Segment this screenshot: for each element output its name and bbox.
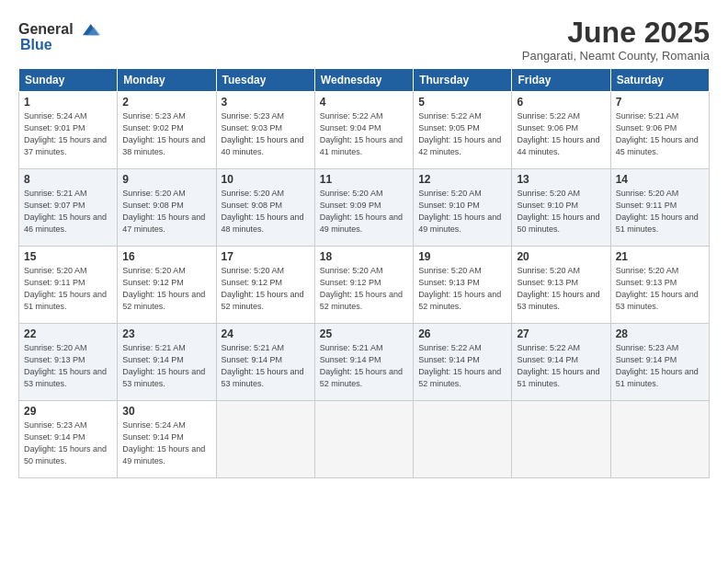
col-tuesday: Tuesday xyxy=(216,69,314,92)
table-row: 7Sunrise: 5:21 AMSunset: 9:06 PMDaylight… xyxy=(610,92,709,169)
table-row: 14Sunrise: 5:20 AMSunset: 9:11 PMDayligh… xyxy=(610,169,709,247)
table-row: 29Sunrise: 5:23 AMSunset: 9:14 PMDayligh… xyxy=(19,401,118,478)
day-number: 18 xyxy=(320,250,408,263)
day-number: 9 xyxy=(122,173,210,186)
day-number: 8 xyxy=(24,173,112,186)
calendar-week-row: 29Sunrise: 5:23 AMSunset: 9:14 PMDayligh… xyxy=(19,401,710,478)
table-row: 17Sunrise: 5:20 AMSunset: 9:12 PMDayligh… xyxy=(216,247,314,324)
page: General Blue June 2025 Pangarati, Neamt … xyxy=(0,0,728,563)
day-info: Sunrise: 5:23 AMSunset: 9:14 PMDaylight:… xyxy=(24,419,112,467)
table-row: 2Sunrise: 5:23 AMSunset: 9:02 PMDaylight… xyxy=(118,92,216,169)
day-info: Sunrise: 5:20 AMSunset: 9:08 PMDaylight:… xyxy=(122,188,210,236)
table-row xyxy=(216,401,314,478)
day-info: Sunrise: 5:21 AMSunset: 9:14 PMDaylight:… xyxy=(222,342,310,390)
day-info: Sunrise: 5:24 AMSunset: 9:14 PMDaylight:… xyxy=(122,419,210,467)
day-number: 6 xyxy=(517,96,605,109)
day-info: Sunrise: 5:21 AMSunset: 9:14 PMDaylight:… xyxy=(320,342,408,390)
table-row xyxy=(512,401,610,478)
day-info: Sunrise: 5:21 AMSunset: 9:14 PMDaylight:… xyxy=(122,342,210,390)
table-row: 12Sunrise: 5:20 AMSunset: 9:10 PMDayligh… xyxy=(414,169,512,247)
day-info: Sunrise: 5:22 AMSunset: 9:04 PMDaylight:… xyxy=(320,110,408,158)
table-row xyxy=(610,401,709,478)
logo: General Blue xyxy=(18,17,102,53)
calendar-week-row: 8Sunrise: 5:21 AMSunset: 9:07 PMDaylight… xyxy=(19,169,710,247)
calendar-table: Sunday Monday Tuesday Wednesday Thursday… xyxy=(18,68,710,478)
header: General Blue June 2025 Pangarati, Neamt … xyxy=(18,17,710,63)
day-number: 5 xyxy=(418,96,506,109)
day-number: 30 xyxy=(122,405,210,418)
day-info: Sunrise: 5:21 AMSunset: 9:06 PMDaylight:… xyxy=(616,110,704,158)
table-row: 9Sunrise: 5:20 AMSunset: 9:08 PMDaylight… xyxy=(118,169,216,247)
main-title: June 2025 xyxy=(522,17,710,49)
day-number: 2 xyxy=(122,96,210,109)
table-row: 27Sunrise: 5:22 AMSunset: 9:14 PMDayligh… xyxy=(512,324,610,401)
table-row: 23Sunrise: 5:21 AMSunset: 9:14 PMDayligh… xyxy=(118,324,216,401)
calendar-week-row: 1Sunrise: 5:24 AMSunset: 9:01 PMDaylight… xyxy=(19,92,710,169)
day-number: 13 xyxy=(517,173,605,186)
day-info: Sunrise: 5:20 AMSunset: 9:12 PMDaylight:… xyxy=(222,265,310,313)
day-info: Sunrise: 5:21 AMSunset: 9:07 PMDaylight:… xyxy=(24,188,112,236)
table-row: 25Sunrise: 5:21 AMSunset: 9:14 PMDayligh… xyxy=(314,324,413,401)
day-info: Sunrise: 5:23 AMSunset: 9:03 PMDaylight:… xyxy=(222,110,310,158)
day-info: Sunrise: 5:20 AMSunset: 9:08 PMDaylight:… xyxy=(222,188,310,236)
table-row: 16Sunrise: 5:20 AMSunset: 9:12 PMDayligh… xyxy=(118,247,216,324)
day-number: 24 xyxy=(222,327,310,340)
logo-text-blue: Blue xyxy=(20,37,52,53)
day-number: 17 xyxy=(222,250,310,263)
day-info: Sunrise: 5:20 AMSunset: 9:10 PMDaylight:… xyxy=(517,188,605,236)
table-row: 13Sunrise: 5:20 AMSunset: 9:10 PMDayligh… xyxy=(512,169,610,247)
day-info: Sunrise: 5:24 AMSunset: 9:01 PMDaylight:… xyxy=(24,110,112,158)
day-info: Sunrise: 5:20 AMSunset: 9:12 PMDaylight:… xyxy=(320,265,408,313)
table-row: 30Sunrise: 5:24 AMSunset: 9:14 PMDayligh… xyxy=(118,401,216,478)
day-number: 7 xyxy=(616,96,704,109)
col-saturday: Saturday xyxy=(610,69,709,92)
day-info: Sunrise: 5:20 AMSunset: 9:13 PMDaylight:… xyxy=(418,265,506,313)
table-row: 26Sunrise: 5:22 AMSunset: 9:14 PMDayligh… xyxy=(414,324,512,401)
table-row: 24Sunrise: 5:21 AMSunset: 9:14 PMDayligh… xyxy=(216,324,314,401)
day-info: Sunrise: 5:20 AMSunset: 9:11 PMDaylight:… xyxy=(24,265,112,313)
day-number: 27 xyxy=(517,327,605,340)
day-number: 12 xyxy=(418,173,506,186)
day-info: Sunrise: 5:20 AMSunset: 9:13 PMDaylight:… xyxy=(24,342,112,390)
day-info: Sunrise: 5:23 AMSunset: 9:14 PMDaylight:… xyxy=(616,342,704,390)
day-info: Sunrise: 5:20 AMSunset: 9:13 PMDaylight:… xyxy=(517,265,605,313)
table-row: 11Sunrise: 5:20 AMSunset: 9:09 PMDayligh… xyxy=(314,169,413,247)
table-row: 4Sunrise: 5:22 AMSunset: 9:04 PMDaylight… xyxy=(314,92,413,169)
subtitle: Pangarati, Neamt County, Romania xyxy=(522,49,710,63)
header-row: Sunday Monday Tuesday Wednesday Thursday… xyxy=(19,69,710,92)
table-row: 8Sunrise: 5:21 AMSunset: 9:07 PMDaylight… xyxy=(19,169,118,247)
table-row: 6Sunrise: 5:22 AMSunset: 9:06 PMDaylight… xyxy=(512,92,610,169)
col-thursday: Thursday xyxy=(414,69,512,92)
day-info: Sunrise: 5:20 AMSunset: 9:09 PMDaylight:… xyxy=(320,188,408,236)
day-number: 16 xyxy=(122,250,210,263)
table-row: 22Sunrise: 5:20 AMSunset: 9:13 PMDayligh… xyxy=(19,324,118,401)
day-number: 26 xyxy=(418,327,506,340)
day-number: 3 xyxy=(222,96,310,109)
col-friday: Friday xyxy=(512,69,610,92)
day-number: 23 xyxy=(122,327,210,340)
day-number: 25 xyxy=(320,327,408,340)
col-monday: Monday xyxy=(118,69,216,92)
day-number: 29 xyxy=(24,405,112,418)
day-info: Sunrise: 5:23 AMSunset: 9:02 PMDaylight:… xyxy=(122,110,210,158)
table-row: 18Sunrise: 5:20 AMSunset: 9:12 PMDayligh… xyxy=(314,247,413,324)
calendar-week-row: 22Sunrise: 5:20 AMSunset: 9:13 PMDayligh… xyxy=(19,324,710,401)
day-number: 19 xyxy=(418,250,506,263)
day-number: 20 xyxy=(517,250,605,263)
table-row: 1Sunrise: 5:24 AMSunset: 9:01 PMDaylight… xyxy=(19,92,118,169)
day-info: Sunrise: 5:20 AMSunset: 9:13 PMDaylight:… xyxy=(616,265,704,313)
day-number: 15 xyxy=(24,250,112,263)
day-info: Sunrise: 5:22 AMSunset: 9:14 PMDaylight:… xyxy=(418,342,506,390)
table-row: 15Sunrise: 5:20 AMSunset: 9:11 PMDayligh… xyxy=(19,247,118,324)
table-row: 21Sunrise: 5:20 AMSunset: 9:13 PMDayligh… xyxy=(610,247,709,324)
table-row xyxy=(314,401,413,478)
day-info: Sunrise: 5:20 AMSunset: 9:12 PMDaylight:… xyxy=(122,265,210,313)
day-info: Sunrise: 5:20 AMSunset: 9:10 PMDaylight:… xyxy=(418,188,506,236)
day-number: 21 xyxy=(616,250,704,263)
day-info: Sunrise: 5:22 AMSunset: 9:14 PMDaylight:… xyxy=(517,342,605,390)
table-row: 10Sunrise: 5:20 AMSunset: 9:08 PMDayligh… xyxy=(216,169,314,247)
day-info: Sunrise: 5:22 AMSunset: 9:06 PMDaylight:… xyxy=(517,110,605,158)
table-row: 5Sunrise: 5:22 AMSunset: 9:05 PMDaylight… xyxy=(414,92,512,169)
day-number: 28 xyxy=(616,327,704,340)
logo-icon xyxy=(76,17,102,42)
